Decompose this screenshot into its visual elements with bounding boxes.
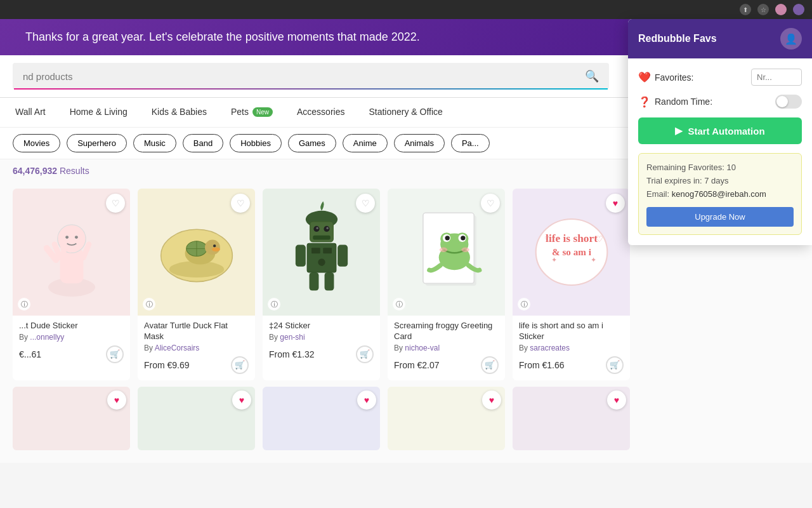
favs-user-icon[interactable]: 👤 [780, 28, 802, 50]
product-price-row: From €1.32 🛒 [269, 345, 374, 363]
nav-stationery[interactable]: Stationery & Office [366, 98, 445, 127]
product-card-partial: ♥ [388, 387, 505, 450]
favorite-button[interactable]: ♥ [107, 391, 126, 410]
pink-icon[interactable] [775, 4, 787, 15]
favorite-button[interactable]: ♡ [106, 194, 125, 213]
upgrade-button[interactable]: Upgrade Now [646, 207, 794, 227]
add-to-cart-button[interactable]: 🛒 [481, 356, 499, 374]
product-price: From €1.66 [519, 360, 565, 370]
trial-expiry: Trial expires in: 7 days [646, 175, 794, 188]
svg-rect-26 [313, 236, 330, 240]
product-artwork [155, 201, 238, 303]
purple-icon[interactable] [793, 4, 804, 15]
product-image-partial: ♥ [263, 387, 380, 450]
favorite-button[interactable]: ♥ [606, 194, 625, 213]
product-title: ‡24 Sticker [269, 321, 374, 331]
product-title: life is short and so am i Sticker [519, 321, 624, 342]
product-author: By AliceCorsairs [144, 344, 249, 352]
info-button[interactable]: ⓘ [143, 298, 155, 311]
account-email: Email: kenog76058@irebah.com [646, 188, 794, 201]
svg-rect-33 [309, 272, 318, 291]
product-image-partial: ♥ [138, 387, 255, 450]
product-card: ♡ [388, 189, 505, 380]
product-image: ♡ ⓘ [138, 189, 255, 316]
svg-text:♡: ♡ [595, 234, 603, 244]
product-author: By saracreates [519, 344, 624, 352]
favorite-button[interactable]: ♡ [356, 194, 375, 213]
product-info: ‡24 Sticker By gen-shi From €1.32 🛒 [263, 316, 380, 370]
browser-bar: ⬆ ☆ [0, 0, 812, 19]
tag-games[interactable]: Games [288, 134, 336, 152]
add-to-cart-button[interactable]: 🛒 [231, 356, 249, 374]
search-input[interactable] [23, 71, 585, 82]
add-to-cart-button[interactable]: 🛒 [106, 345, 124, 363]
info-button[interactable]: ⓘ [18, 298, 30, 311]
svg-point-8 [65, 236, 69, 239]
info-button[interactable]: ⓘ [268, 298, 280, 311]
svg-point-47 [461, 248, 469, 252]
svg-rect-1 [60, 248, 83, 283]
nav-accessories[interactable]: Accessories [294, 98, 347, 127]
toggle-knob [776, 96, 788, 107]
svg-point-46 [439, 248, 447, 252]
product-price: From €9.69 [144, 360, 190, 370]
favorite-button[interactable]: ♥ [232, 391, 251, 410]
svg-text:✦: ✦ [551, 256, 556, 264]
product-image: ♡ [388, 189, 505, 316]
favorite-button[interactable]: ♥ [482, 391, 501, 410]
tag-animals[interactable]: Animals [394, 134, 445, 152]
product-card-partial: ♥ [13, 387, 130, 450]
product-price-row: From €9.69 🛒 [144, 356, 249, 374]
product-author: By gen-shi [269, 333, 374, 342]
start-automation-button[interactable]: ▶ Start Automation [638, 117, 802, 144]
favs-header: Redbubble Favs 👤 [628, 19, 812, 58]
product-price-row: From €1.66 🛒 [519, 356, 624, 374]
product-image: ♡ ⓘ [13, 189, 130, 316]
tag-superhero[interactable]: Superhero [67, 134, 127, 152]
product-price: From €2.07 [394, 360, 440, 370]
tag-anime[interactable]: Anime [343, 134, 388, 152]
product-info: ...t Dude Sticker By ...onnellyy €...61 … [13, 316, 130, 370]
product-card-partial: ♥ [263, 387, 380, 450]
favorite-button[interactable]: ♡ [231, 194, 250, 213]
share-icon[interactable]: ⬆ [740, 4, 751, 15]
favorites-input[interactable] [751, 69, 802, 86]
product-artwork [405, 201, 488, 303]
svg-text:✦: ✦ [591, 256, 596, 264]
remaining-favorites: Remaining Favorites: 10 [646, 161, 794, 175]
nav-kids-babies[interactable]: Kids & Babies [149, 98, 209, 127]
info-button[interactable]: ⓘ [518, 298, 530, 311]
search-button[interactable]: 🔍 [585, 69, 599, 83]
favorite-button[interactable]: ♥ [357, 391, 376, 410]
svg-line-5 [83, 244, 89, 258]
favorite-button[interactable]: ♡ [481, 194, 500, 213]
random-time-label: ❓ Random Time: [638, 96, 712, 108]
random-time-toggle[interactable] [775, 95, 802, 109]
nav-pets[interactable]: Pets New [228, 98, 275, 127]
product-price-row: €...61 🛒 [19, 345, 124, 363]
random-time-row: ❓ Random Time: [638, 95, 802, 109]
svg-point-44 [445, 236, 449, 240]
favorite-button[interactable]: ♥ [607, 391, 626, 410]
nav-home-living[interactable]: Home & Living [67, 98, 130, 127]
bookmark-icon[interactable]: ☆ [757, 4, 769, 15]
svg-line-6 [60, 236, 63, 250]
product-info: life is short and so am i Sticker By sar… [513, 316, 630, 380]
favorites-row: ❤️ Favorites: [638, 69, 802, 86]
product-card: ♡ [263, 189, 380, 380]
product-artwork [30, 201, 113, 303]
tag-hobbies[interactable]: Hobbies [230, 134, 282, 152]
results-number: 64,476,932 [13, 166, 57, 176]
tag-more[interactable]: Pa... [451, 134, 490, 152]
heart-settings-icon: ❤️ [638, 71, 651, 83]
add-to-cart-button[interactable]: 🛒 [356, 345, 374, 363]
tag-band[interactable]: Band [183, 134, 223, 152]
svg-text:& so am i: & so am i [552, 246, 591, 257]
info-button[interactable]: ⓘ [393, 298, 405, 311]
tag-music[interactable]: Music [133, 134, 176, 152]
product-author: By nichoe-val [394, 344, 499, 352]
product-image: ♥ life is short & so am i ♡ ♡ ✦ ✦ ⓘ [513, 189, 630, 316]
tag-movies[interactable]: Movies [13, 134, 60, 152]
nav-wall-art[interactable]: Wall Art [13, 98, 48, 127]
add-to-cart-button[interactable]: 🛒 [606, 356, 624, 374]
